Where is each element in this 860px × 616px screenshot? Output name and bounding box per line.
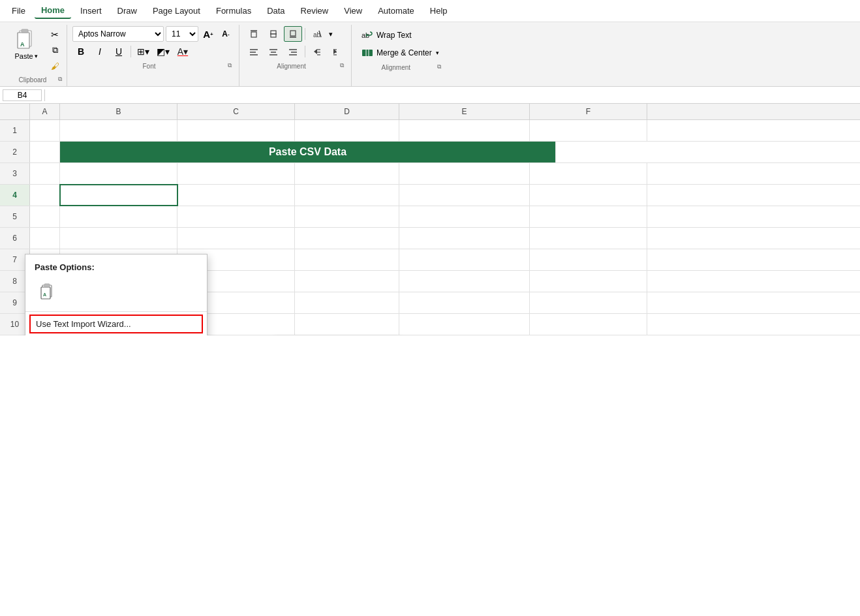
- font-grow-button[interactable]: A+: [200, 26, 216, 42]
- cell-b4[interactable]: [60, 185, 177, 206]
- row-num-5[interactable]: 5: [0, 206, 30, 227]
- cell-b1[interactable]: [60, 120, 177, 141]
- formula-input[interactable]: [48, 90, 857, 100]
- menu-review[interactable]: Review: [294, 3, 335, 18]
- row-num-6[interactable]: 6: [0, 228, 30, 249]
- cell-f6[interactable]: [530, 228, 647, 249]
- menu-data[interactable]: Data: [260, 3, 291, 18]
- paste-button[interactable]: A Paste ▾: [9, 26, 43, 61]
- cell-f8[interactable]: [530, 271, 647, 292]
- cell-f9[interactable]: [530, 292, 647, 313]
- cell-b5[interactable]: [60, 206, 177, 227]
- wrap-merge-expand-icon[interactable]: ⧉: [435, 63, 443, 71]
- menu-formulas[interactable]: Formulas: [209, 3, 258, 18]
- col-header-b[interactable]: B: [60, 104, 177, 119]
- decrease-indent-button[interactable]: [308, 44, 326, 59]
- cell-a6[interactable]: [30, 228, 60, 249]
- cell-f5[interactable]: [530, 206, 647, 227]
- cell-d10[interactable]: [295, 314, 399, 335]
- merge-dropdown-arrow[interactable]: ▾: [436, 50, 439, 56]
- cell-d1[interactable]: [295, 120, 399, 141]
- clipboard-expand-icon[interactable]: ⧉: [56, 76, 64, 84]
- font-name-select[interactable]: Aptos Narrow: [72, 26, 164, 42]
- cell-f1[interactable]: [530, 120, 647, 141]
- angle-dropdown[interactable]: ▾: [328, 29, 334, 40]
- font-shrink-button[interactable]: A-: [218, 26, 234, 42]
- align-left-button[interactable]: [245, 44, 263, 59]
- align-bottom-button[interactable]: [284, 26, 302, 42]
- cell-e5[interactable]: [399, 206, 530, 227]
- cell-b6[interactable]: [60, 228, 177, 249]
- col-header-c[interactable]: C: [177, 104, 295, 119]
- bold-button[interactable]: B: [72, 44, 89, 59]
- align-middle-button[interactable]: [264, 26, 283, 42]
- cell-d6[interactable]: [295, 228, 399, 249]
- menu-file[interactable]: File: [5, 3, 32, 18]
- cell-c1[interactable]: [177, 120, 295, 141]
- cell-f7[interactable]: [530, 249, 647, 270]
- paste-dropdown-arrow[interactable]: ▾: [35, 53, 38, 59]
- cell-e10[interactable]: [399, 314, 530, 335]
- cell-f4[interactable]: [530, 185, 647, 206]
- menu-automate[interactable]: Automate: [371, 3, 421, 18]
- borders-button[interactable]: ⊞▾: [134, 44, 152, 59]
- col-header-a[interactable]: A: [30, 104, 60, 119]
- paste-icon-clipboard[interactable]: A: [35, 280, 61, 303]
- cell-b2-header[interactable]: Paste CSV Data: [60, 142, 556, 162]
- cell-e7[interactable]: [399, 249, 530, 270]
- cell-e1[interactable]: [399, 120, 530, 141]
- col-header-f[interactable]: F: [530, 104, 647, 119]
- cell-d4[interactable]: [295, 185, 399, 206]
- name-box[interactable]: [3, 89, 42, 101]
- menu-help[interactable]: Help: [423, 3, 454, 18]
- font-size-select[interactable]: 11: [166, 26, 198, 42]
- fill-color-button[interactable]: ◩▾: [154, 44, 172, 59]
- merge-center-button[interactable]: Merge & Center ▾: [357, 45, 443, 61]
- col-header-e[interactable]: E: [399, 104, 530, 119]
- cell-d7[interactable]: [295, 249, 399, 270]
- format-painter-button[interactable]: 🖌: [46, 59, 64, 73]
- alignment-expand-icon[interactable]: ⧉: [338, 62, 346, 70]
- cell-d5[interactable]: [295, 206, 399, 227]
- underline-button[interactable]: U: [110, 44, 127, 59]
- cell-d3[interactable]: [295, 163, 399, 184]
- copy-button[interactable]: ⧉: [46, 43, 64, 57]
- cell-c4[interactable]: [177, 185, 295, 206]
- menu-draw[interactable]: Draw: [111, 3, 144, 18]
- menu-insert[interactable]: Insert: [74, 3, 108, 18]
- cell-d9[interactable]: [295, 292, 399, 313]
- menu-page-layout[interactable]: Page Layout: [146, 3, 207, 18]
- use-text-import-wizard-button[interactable]: Use Text Import Wizard...: [29, 315, 203, 333]
- row-num-2[interactable]: 2: [0, 142, 30, 162]
- cell-f10[interactable]: [530, 314, 647, 335]
- align-right-button[interactable]: [284, 44, 302, 59]
- cell-e8[interactable]: [399, 271, 530, 292]
- cell-a5[interactable]: [30, 206, 60, 227]
- cell-f3[interactable]: [530, 163, 647, 184]
- col-header-d[interactable]: D: [295, 104, 399, 119]
- cell-a2[interactable]: [30, 142, 60, 162]
- increase-indent-button[interactable]: [328, 44, 346, 59]
- row-num-1[interactable]: 1: [0, 120, 30, 141]
- font-color-button[interactable]: A▾: [174, 44, 191, 59]
- cell-a1[interactable]: [30, 120, 60, 141]
- cell-a4[interactable]: [30, 185, 60, 206]
- cut-button[interactable]: ✂: [46, 27, 64, 42]
- menu-home[interactable]: Home: [35, 3, 71, 19]
- align-top-button[interactable]: [245, 26, 263, 42]
- cell-e3[interactable]: [399, 163, 530, 184]
- cell-b3[interactable]: [60, 163, 177, 184]
- cell-e4[interactable]: [399, 185, 530, 206]
- row-num-3[interactable]: 3: [0, 163, 30, 184]
- cell-c3[interactable]: [177, 163, 295, 184]
- cell-a3[interactable]: [30, 163, 60, 184]
- cell-d8[interactable]: [295, 271, 399, 292]
- cell-c5[interactable]: [177, 206, 295, 227]
- font-expand-icon[interactable]: ⧉: [226, 62, 234, 70]
- cell-c6[interactable]: [177, 228, 295, 249]
- align-center-button[interactable]: [264, 44, 283, 59]
- cell-e9[interactable]: [399, 292, 530, 313]
- menu-view[interactable]: View: [337, 3, 369, 18]
- paste-special-button[interactable]: Paste Special...: [25, 333, 207, 335]
- row-num-4[interactable]: 4: [0, 185, 30, 206]
